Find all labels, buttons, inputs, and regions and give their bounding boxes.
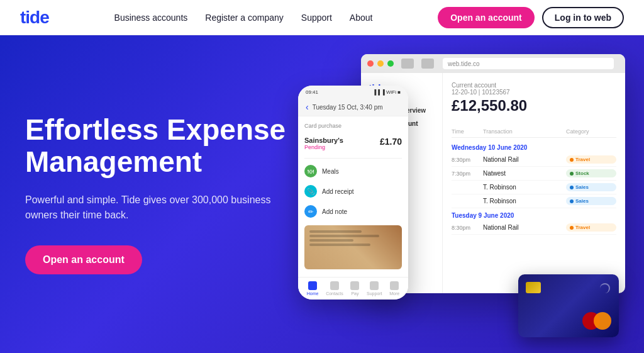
browser-bar: web.tide.co [361, 54, 625, 73]
tx-badge: Sales [566, 197, 616, 205]
card-chip [526, 282, 541, 293]
phone-bottom-nav: Home Contacts Pay Support More [298, 277, 408, 300]
nav: Business accounts Register a company Sup… [114, 13, 373, 23]
bottom-nav-label-more: More [389, 291, 399, 296]
phone-action-note[interactable]: ✏ Add note [304, 201, 402, 221]
tx-badge: Travel [566, 223, 616, 232]
phone-status-bar: 09:41 ▐▐ ▐ WiFi ■ [298, 86, 408, 98]
phone-divider [304, 158, 402, 159]
hero-section: Effortless Expense Management Powerful a… [0, 35, 644, 353]
tx-time: 8:30pm [452, 225, 483, 231]
merchant-amount: £1.70 [380, 137, 402, 147]
bottom-nav-label-pay: Pay [351, 291, 358, 296]
card-wifi-icon [600, 283, 610, 293]
col-category: Category [566, 128, 616, 135]
browser-dot-green [387, 60, 394, 67]
browser-dot-red [367, 60, 374, 67]
nav-business-accounts[interactable]: Business accounts [114, 13, 188, 23]
phone-receipt-image [304, 225, 402, 269]
note-icon: ✏ [304, 205, 317, 218]
hero-subtitle: Powerful and simple. Tide gives over 300… [25, 193, 289, 223]
action-label-meals: Meals [322, 168, 339, 175]
browser-dot-yellow [377, 60, 384, 67]
col-transaction: Transaction [483, 128, 566, 135]
col-time: Time [452, 128, 483, 135]
meals-icon: 🍽 [304, 165, 317, 177]
badge-dot-icon [570, 172, 574, 176]
merchant-status: Pending [304, 144, 343, 150]
nav-about[interactable]: About [350, 13, 373, 23]
bottom-nav-label-support: Support [367, 291, 382, 296]
credit-card [518, 274, 619, 337]
card-circle-orange [594, 312, 611, 330]
nav-register-company[interactable]: Register a company [205, 13, 284, 23]
phone-action-meals[interactable]: 🍽 Meals [304, 161, 402, 181]
phone-merchant-type: Card purchase [304, 123, 402, 129]
tx-name: National Rail [483, 224, 566, 231]
bottom-nav-label-home: Home [307, 291, 319, 296]
phone-date: Tuesday 15 Oct, 3:40 pm [313, 104, 383, 111]
date-header-2: Tuesday 9 June 2020 [452, 208, 616, 221]
table-row: 8:30pm National Rail Travel [452, 153, 616, 167]
account-balance: £12,550.80 [452, 97, 527, 115]
table-row: T. Robinson Sales [452, 194, 616, 208]
home-icon [308, 281, 317, 290]
phone-body: Card purchase Sainsbury's Pending £1.70 … [298, 116, 408, 276]
table-row: 8:30pm National Rail Travel [452, 221, 616, 235]
browser-nav-forward [421, 59, 434, 69]
browser-url: web.tide.co [443, 58, 614, 69]
login-button[interactable]: Log in to web [542, 7, 624, 28]
more-icon [390, 281, 399, 290]
tx-badge: Stock [566, 169, 616, 177]
tx-badge: Travel [566, 155, 616, 164]
tx-name: Natwest [483, 170, 566, 177]
receipt-icon: 📎 [304, 185, 317, 198]
tx-name: T. Robinson [483, 198, 566, 205]
action-label-note: Add note [322, 208, 347, 215]
nav-support[interactable]: Support [301, 13, 332, 23]
transaction-header: Time Transaction Category [452, 126, 616, 138]
phone-mockup: 09:41 ▐▐ ▐ WiFi ■ ‹ Tuesday 15 Oct, 3:40… [298, 86, 408, 300]
bottom-nav-more[interactable]: More [389, 281, 399, 296]
tx-name: T. Robinson [483, 184, 566, 191]
badge-dot-icon [570, 226, 574, 230]
logo: tide [20, 8, 49, 28]
account-label: Current account [452, 82, 527, 89]
hero-title: Effortless Expense Management [25, 114, 314, 177]
open-account-button-hero[interactable]: Open an account [25, 245, 142, 274]
browser-main: Current account 12-20-10 | 10123567 £12,… [443, 73, 625, 293]
tx-name: National Rail [483, 156, 566, 163]
pay-icon [350, 281, 359, 290]
card-brand [526, 312, 611, 330]
bottom-nav-pay[interactable]: Pay [350, 281, 359, 296]
account-numbers: 12-20-10 | 10123567 [452, 89, 527, 96]
action-label-receipt: Add receipt [322, 188, 354, 195]
phone-header: ‹ Tuesday 15 Oct, 3:40 pm [298, 98, 408, 116]
phone-merchant: Sainsbury's Pending £1.70 [304, 132, 402, 155]
table-row: T. Robinson Sales [452, 181, 616, 194]
browser-nav-back [401, 59, 414, 69]
bottom-nav-label-contacts: Contacts [326, 291, 343, 296]
back-icon[interactable]: ‹ [306, 102, 309, 112]
contacts-icon [330, 281, 339, 290]
badge-dot-icon [570, 199, 574, 203]
account-header: Current account 12-20-10 | 10123567 £12,… [452, 82, 616, 122]
bottom-nav-support[interactable]: Support [367, 281, 382, 296]
tx-time: 8:30pm [452, 157, 483, 163]
phone-signal: ▐▐ ▐ WiFi ■ [373, 89, 401, 95]
hero-visual: web.tide.co tide Accounts overview Curre… [317, 48, 644, 353]
tx-badge: Sales [566, 183, 616, 191]
hero-content: Effortless Expense Management Powerful a… [25, 114, 314, 274]
open-account-button-header[interactable]: Open an account [438, 7, 535, 28]
table-row: 7:30pm Natwest Stock [452, 167, 616, 181]
nav-actions: Open an account Log in to web [438, 7, 624, 28]
badge-dot-icon [570, 186, 574, 189]
header: tide Business accounts Register a compan… [0, 0, 644, 35]
tx-time: 7:30pm [452, 171, 483, 177]
bottom-nav-home[interactable]: Home [307, 281, 319, 296]
phone-time: 09:41 [306, 89, 318, 95]
date-header-1: Wednesday 10 June 2020 [452, 140, 616, 153]
phone-action-receipt[interactable]: 📎 Add receipt [304, 181, 402, 201]
support-icon [370, 281, 379, 290]
bottom-nav-contacts[interactable]: Contacts [326, 281, 343, 296]
